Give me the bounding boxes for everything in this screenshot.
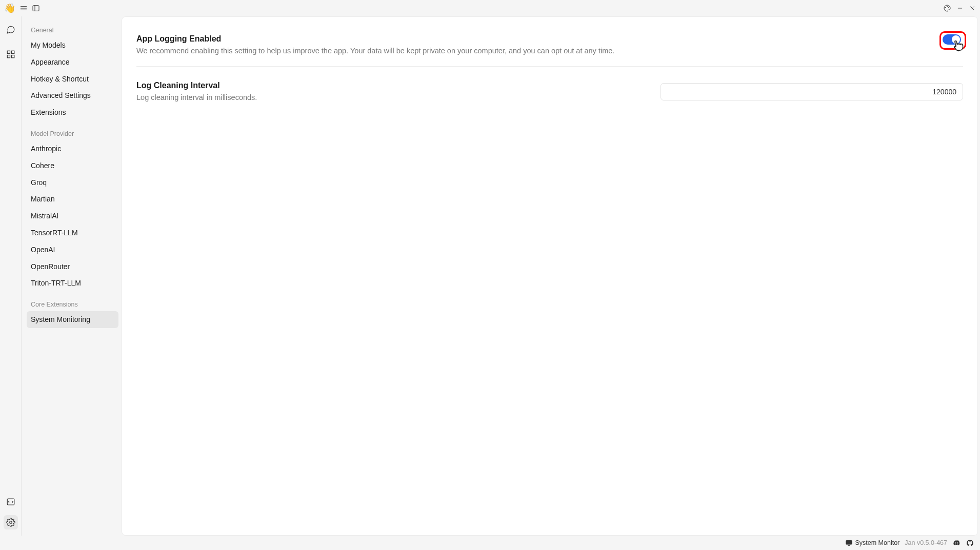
window-minimize[interactable] xyxy=(956,5,964,12)
sidebar-heading: Model Provider xyxy=(27,125,118,140)
sidebar-heading: Core Extensions xyxy=(27,296,118,311)
sidebar-item-anthropic[interactable]: Anthropic xyxy=(27,140,118,157)
system-monitor-button[interactable]: System Monitor xyxy=(845,539,899,547)
svg-point-6 xyxy=(947,6,947,7)
sidebar-item-openai[interactable]: OpenAI xyxy=(27,241,118,258)
log-interval-input[interactable] xyxy=(661,83,963,100)
sidebar-item-mistralai[interactable]: MistralAI xyxy=(27,208,118,225)
svg-rect-12 xyxy=(11,51,14,53)
svg-rect-11 xyxy=(7,51,10,53)
system-monitor-label: System Monitor xyxy=(855,539,899,546)
setting-app-logging: App Logging Enabled We recommend enablin… xyxy=(136,29,963,67)
svg-rect-3 xyxy=(33,6,39,11)
app-logging-toggle[interactable] xyxy=(943,34,961,45)
rail-chat-icon[interactable] xyxy=(4,23,18,37)
setting-log-interval: Log Cleaning Interval Log cleaning inter… xyxy=(136,76,963,113)
menu-icon[interactable] xyxy=(19,4,28,12)
sidebar-item-advanced-settings[interactable]: Advanced Settings xyxy=(27,87,118,104)
sidebar-item-cohere[interactable]: Cohere xyxy=(27,157,118,174)
palette-icon[interactable] xyxy=(943,4,951,12)
svg-point-5 xyxy=(945,7,946,8)
sidebar-item-extensions[interactable]: Extensions xyxy=(27,104,118,121)
sidebar-item-hotkey-shortcut[interactable]: Hotkey & Shortcut xyxy=(27,71,118,88)
app-logging-toggle-wrap xyxy=(943,34,963,47)
main-area: App Logging Enabled We recommend enablin… xyxy=(122,16,980,536)
panel-toggle-icon[interactable] xyxy=(32,4,40,12)
svg-rect-13 xyxy=(7,55,10,58)
rail-settings-icon[interactable] xyxy=(4,515,18,529)
sidebar-item-openrouter[interactable]: OpenRouter xyxy=(27,258,118,275)
svg-rect-17 xyxy=(846,540,852,544)
sidebar-item-my-models[interactable]: My Models xyxy=(27,37,118,54)
svg-point-16 xyxy=(9,521,12,524)
monitor-icon xyxy=(845,539,853,547)
sidebar-item-system-monitoring[interactable]: System Monitoring xyxy=(27,311,118,328)
svg-rect-14 xyxy=(11,55,14,58)
sidebar-heading: General xyxy=(27,22,118,37)
setting-desc: Log cleaning interval in milliseconds. xyxy=(136,92,650,103)
setting-desc: We recommend enabling this setting to he… xyxy=(136,46,932,56)
sidebar-item-tensorrt-llm[interactable]: TensorRT-LLM xyxy=(27,225,118,241)
github-icon[interactable] xyxy=(966,539,974,547)
setting-title: Log Cleaning Interval xyxy=(136,81,650,90)
rail-code-icon[interactable] xyxy=(4,495,18,509)
sidebar-item-appearance[interactable]: Appearance xyxy=(27,54,118,71)
svg-point-7 xyxy=(948,7,949,8)
discord-icon[interactable] xyxy=(952,539,961,547)
statusbar: System Monitor Jan v0.5.0-467 xyxy=(0,536,980,550)
settings-sidebar: GeneralMy ModelsAppearanceHotkey & Short… xyxy=(22,16,122,536)
sidebar-item-triton-trt-llm[interactable]: Triton-TRT-LLM xyxy=(27,275,118,292)
nav-rail xyxy=(0,16,22,536)
window-close[interactable] xyxy=(969,5,976,12)
settings-panel: App Logging Enabled We recommend enablin… xyxy=(122,16,978,536)
titlebar: 👋 xyxy=(0,0,980,16)
rail-grid-icon[interactable] xyxy=(4,47,18,62)
app-logo: 👋 xyxy=(4,3,15,14)
sidebar-item-groq[interactable]: Groq xyxy=(27,174,118,191)
version-label: Jan v0.5.0-467 xyxy=(905,539,947,546)
setting-title: App Logging Enabled xyxy=(136,34,932,44)
sidebar-item-martian[interactable]: Martian xyxy=(27,191,118,208)
